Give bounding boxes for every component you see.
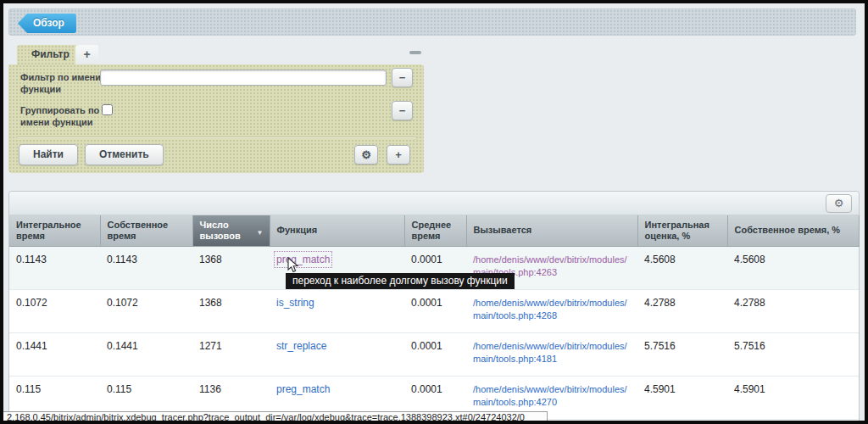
cell-integral-time: 0.1072 xyxy=(9,289,100,332)
cell-own-time: 0.1072 xyxy=(100,289,192,332)
function-link[interactable]: str_replace xyxy=(276,340,326,352)
cell-own-time: 0.1143 xyxy=(100,246,192,289)
table-row: 0.1441 0.1441 1271 str_replace 0.0001 /h… xyxy=(9,332,859,376)
cell-own-pct: 4.5901 xyxy=(727,376,859,419)
table-row: 0.1072 0.1072 1368 is_string 0.0001 /hom… xyxy=(9,289,859,332)
cancel-button[interactable]: Отменить xyxy=(85,144,164,165)
function-link[interactable]: preg_match xyxy=(276,254,330,265)
cell-integral-pct: 4.2788 xyxy=(637,289,727,332)
col-header-caller[interactable]: Вызывается xyxy=(466,215,637,246)
col-header-integral-time[interactable]: Интегральное время xyxy=(9,215,100,246)
function-link-tooltip: переход к наиболее долгому вызову функци… xyxy=(286,273,515,289)
cell-avg-time: 0.0001 xyxy=(404,289,466,332)
find-button[interactable]: Найти xyxy=(19,144,78,165)
function-name-filter-label: Фильтр по имени функции xyxy=(20,71,103,95)
cell-call-count: 1368 xyxy=(192,246,270,289)
grid-settings-gear-icon[interactable]: ⚙ xyxy=(826,194,852,213)
cell-own-time: 0.1441 xyxy=(100,332,192,376)
back-button[interactable]: Обзор xyxy=(18,14,76,33)
tab-filter[interactable]: Фильтр xyxy=(17,45,84,64)
collapse-filter-icon[interactable] xyxy=(409,51,421,54)
cell-own-pct: 5.7516 xyxy=(727,332,859,376)
caller-link[interactable]: /home/denis/www/dev/bitrix/modules/main/… xyxy=(473,384,627,407)
add-filter-tab-button[interactable]: + xyxy=(75,45,98,64)
col-header-function[interactable]: Функция xyxy=(270,215,404,246)
function-name-filter-input[interactable] xyxy=(100,70,387,86)
cell-integral-pct: 3.3554 xyxy=(637,419,727,424)
trace-table: Интегральное время Собственное время Чис… xyxy=(9,215,860,424)
sort-desc-icon: ▼ xyxy=(257,227,264,238)
cell-call-count: 1368 xyxy=(192,289,270,332)
filter-panel: Фильтр по имени функции − Группировать п… xyxy=(8,64,424,173)
table-header-row: Интегральное время Собственное время Чис… xyxy=(9,215,859,246)
col-header-integral-pct[interactable]: Интегральная оценка, % xyxy=(637,215,727,246)
results-grid-panel: ⚙ Интегральное время Собственное время Ч… xyxy=(8,191,860,424)
group-by-checkbox[interactable] xyxy=(102,104,113,115)
remove-name-filter-button[interactable]: − xyxy=(392,68,413,87)
mouse-cursor-icon xyxy=(287,257,299,274)
col-header-avg-time[interactable]: Среднее время xyxy=(404,215,466,246)
col-header-own-time[interactable]: Собственное время xyxy=(100,215,192,246)
col-header-call-count[interactable]: Число вызовов ▼ xyxy=(192,215,270,246)
cell-integral-time: 0.1441 xyxy=(9,332,100,376)
group-by-filter-label: Группировать по имени функции xyxy=(20,104,103,128)
add-filter-field-button[interactable]: + xyxy=(387,145,410,165)
cell-integral-pct: 4.5901 xyxy=(637,376,727,419)
cell-call-count: 1271 xyxy=(192,332,270,376)
cell-own-pct: 4.5608 xyxy=(727,246,859,289)
grid-toolbar: ⚙ xyxy=(9,192,859,215)
top-bar: Обзор xyxy=(8,8,856,36)
function-link[interactable]: preg_match xyxy=(276,383,330,395)
cell-integral-time: 0.1143 xyxy=(9,246,100,289)
filter-separator xyxy=(17,137,415,138)
browser-status-bar: 2.168.0.45/bitrix/admin/bitrix.xdebug_tr… xyxy=(3,411,548,423)
caller-link[interactable]: /home/denis/www/dev/bitrix/modules/main/… xyxy=(473,341,627,364)
col-header-own-pct[interactable]: Собственное время, % xyxy=(727,215,859,246)
remove-group-filter-button[interactable]: − xyxy=(392,101,413,120)
function-link[interactable]: is_string xyxy=(276,297,314,309)
cell-own-pct: 3.3554 xyxy=(727,419,859,424)
caller-link[interactable]: /home/denis/www/dev/bitrix/modules/main/… xyxy=(473,298,627,321)
cell-avg-time: 0.0001 xyxy=(404,332,466,376)
cell-integral-pct: 5.7516 xyxy=(637,332,727,376)
filter-settings-gear-icon[interactable]: ⚙ xyxy=(354,145,378,165)
cell-integral-pct: 4.5608 xyxy=(637,246,727,289)
cell-own-pct: 4.2788 xyxy=(727,289,859,332)
